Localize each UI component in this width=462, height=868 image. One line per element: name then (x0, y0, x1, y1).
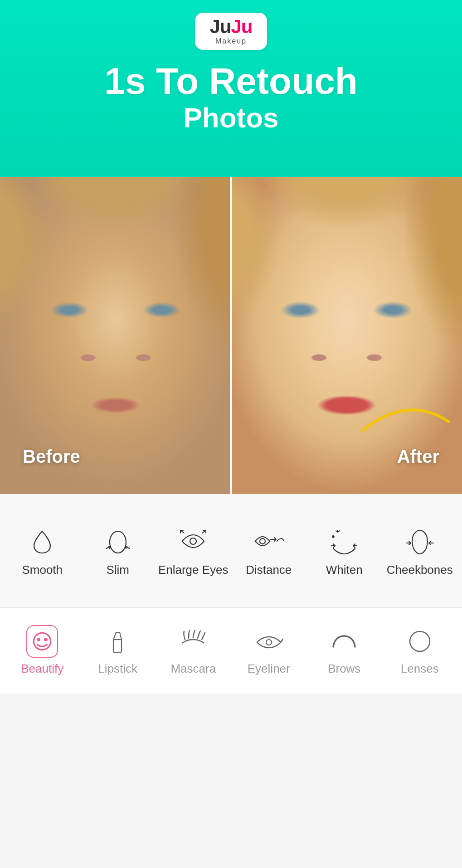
after-side: After (231, 177, 462, 494)
feature-distance[interactable]: Distance (231, 525, 307, 577)
nav-brows[interactable]: Brows (306, 626, 382, 676)
lipstick-nav-label: Lipstick (98, 662, 137, 676)
before-label: Before (23, 446, 80, 467)
nav-mascara[interactable]: Mascara (156, 626, 231, 676)
nav-beautify[interactable]: Beautify (5, 626, 80, 676)
yellow-curve (353, 385, 453, 440)
svg-point-1 (190, 538, 196, 544)
feature-cheekbones[interactable]: Cheekbones (382, 525, 458, 577)
app-logo: JuJu Makeup (195, 13, 267, 50)
divider-line (230, 177, 232, 494)
slim-label: Slim (106, 563, 129, 577)
cheekbones-icon (404, 525, 436, 558)
smooth-icon (26, 525, 58, 558)
svg-point-9 (266, 640, 272, 645)
after-label: After (397, 446, 439, 467)
brows-icon (328, 626, 360, 657)
nav-lenses[interactable]: Lenses (382, 626, 458, 676)
nav-eyeliner[interactable]: Eyeliner (231, 626, 307, 676)
feature-smooth[interactable]: Smooth (5, 525, 80, 577)
hero-section: JuJu Makeup 1s To Retouch Photos Before (0, 0, 462, 494)
brows-nav-label: Brows (328, 662, 360, 676)
hero-headline: 1s To Retouch (104, 61, 358, 102)
smooth-label: Smooth (22, 563, 63, 577)
lipstick-icon (102, 626, 134, 657)
svg-point-0 (110, 531, 126, 553)
logo-makeup: Makeup (215, 37, 247, 45)
feature-whiten[interactable]: Whiten (306, 525, 382, 577)
svg-point-10 (410, 631, 430, 651)
distance-label: Distance (246, 563, 292, 577)
bottom-nav: Beautify Lipstick (0, 607, 462, 693)
lenses-nav-label: Lenses (401, 662, 439, 676)
mascara-icon (177, 626, 209, 657)
eyeliner-icon (253, 626, 285, 657)
beautify-icon (26, 626, 58, 657)
hero-subheadline: Photos (183, 102, 278, 134)
logo-ju1: Ju (209, 16, 231, 37)
lenses-icon (404, 626, 436, 657)
enlarge-eyes-label: Enlarge Eyes (158, 563, 229, 577)
feature-slim[interactable]: Slim (80, 525, 156, 577)
svg-rect-7 (113, 640, 122, 652)
whiten-label: Whiten (326, 563, 363, 577)
mascara-nav-label: Mascara (170, 662, 216, 676)
svg-point-6 (44, 638, 48, 641)
svg-point-2 (260, 538, 265, 544)
eyeliner-nav-label: Eyeliner (248, 662, 290, 676)
svg-point-5 (37, 638, 40, 641)
before-side: Before (0, 177, 231, 494)
distance-icon (253, 525, 285, 558)
cheekbones-label: Cheekbones (387, 563, 453, 577)
slim-icon (102, 525, 134, 558)
enlarge-eyes-icon (177, 525, 209, 558)
whiten-icon (328, 525, 360, 558)
beautify-nav-label: Beautify (21, 662, 63, 676)
features-strip: Smooth Slim (0, 494, 462, 607)
logo-ju2: Ju (231, 16, 253, 37)
before-after-container: Before After (0, 177, 462, 494)
nav-lipstick[interactable]: Lipstick (80, 626, 156, 676)
feature-enlarge-eyes[interactable]: Enlarge Eyes (156, 525, 231, 577)
svg-point-3 (332, 536, 334, 538)
